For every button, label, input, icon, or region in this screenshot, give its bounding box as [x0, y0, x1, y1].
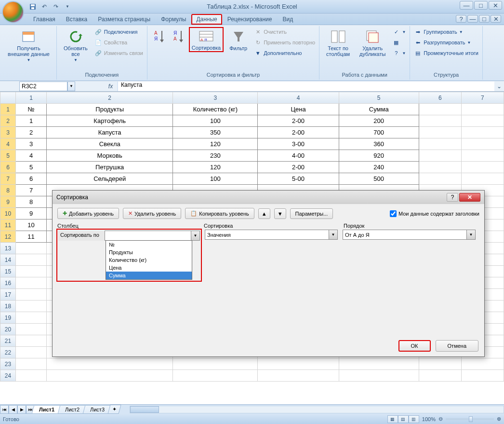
- cell[interactable]: Картофель: [47, 115, 173, 127]
- cell[interactable]: 3: [16, 138, 47, 150]
- sort-column-select[interactable]: ▼: [105, 231, 200, 241]
- filter-btn[interactable]: Фильтр: [225, 27, 251, 53]
- tab-view[interactable]: Вид: [277, 14, 298, 25]
- cell[interactable]: [419, 150, 461, 162]
- view-page-layout[interactable]: ▤: [398, 415, 409, 423]
- horizontal-scrollbar[interactable]: [130, 406, 504, 413]
- cell[interactable]: [461, 358, 504, 370]
- row-header[interactable]: 20: [0, 324, 16, 335]
- row-header[interactable]: 23: [0, 358, 16, 370]
- ribbon-help[interactable]: ?: [456, 15, 466, 23]
- cell[interactable]: 3-00: [258, 138, 339, 150]
- column-header[interactable]: 3: [173, 92, 258, 104]
- sort-dialog-btn[interactable]: АЯ Сортировка: [189, 27, 224, 52]
- name-box[interactable]: R3C2: [19, 82, 67, 91]
- cell[interactable]: [461, 150, 504, 162]
- cell[interactable]: [419, 127, 461, 138]
- cell[interactable]: 8: [16, 196, 47, 208]
- cell[interactable]: 100: [173, 173, 258, 185]
- cell[interactable]: [16, 243, 47, 254]
- select-all-cell[interactable]: [0, 92, 16, 104]
- cell[interactable]: 9: [16, 208, 47, 219]
- remove-duplicates[interactable]: Удалить дубликаты: [356, 27, 389, 59]
- cell[interactable]: 200: [339, 115, 419, 127]
- maximize-button[interactable]: □: [474, 1, 488, 10]
- tab-insert[interactable]: Вставка: [61, 14, 93, 25]
- refresh-all[interactable]: Обновить все▼: [60, 27, 92, 64]
- clear-filter[interactable]: ✕Очистить: [253, 27, 316, 37]
- zoom-slider[interactable]: [446, 418, 494, 420]
- cell[interactable]: [461, 104, 504, 115]
- column-header[interactable]: 1: [16, 92, 47, 104]
- cell[interactable]: Петрушка: [47, 162, 173, 173]
- cell[interactable]: [461, 173, 504, 185]
- cell[interactable]: [419, 358, 461, 370]
- cell[interactable]: [419, 138, 461, 150]
- sort-asc[interactable]: АЯ: [150, 27, 168, 46]
- cell[interactable]: [461, 370, 504, 382]
- cell[interactable]: 360: [339, 138, 419, 150]
- cell[interactable]: [419, 162, 461, 173]
- subtotal-btn[interactable]: ▤Промежуточные итоги: [413, 48, 479, 58]
- connections-btn[interactable]: 🔗Подключения: [93, 27, 144, 37]
- column-header[interactable]: 5: [339, 92, 419, 104]
- table-header-cell[interactable]: Цена: [258, 104, 339, 115]
- sort-on-select[interactable]: Значения ▼: [205, 230, 338, 240]
- row-header[interactable]: 13: [0, 243, 16, 254]
- get-external-data[interactable]: Получить внешние данные▼: [4, 27, 53, 64]
- cell[interactable]: Свекла: [47, 138, 173, 150]
- cell[interactable]: 2-00: [258, 127, 339, 138]
- cell[interactable]: [258, 358, 339, 370]
- table-header-cell[interactable]: Количество (кг): [173, 104, 258, 115]
- sheet-nav-next[interactable]: ▶: [17, 405, 26, 414]
- row-header[interactable]: 9: [0, 196, 16, 208]
- cell[interactable]: 2: [16, 127, 47, 138]
- cell[interactable]: 5-00: [258, 173, 339, 185]
- row-header[interactable]: 24: [0, 370, 16, 382]
- dropdown-item[interactable]: Сумма: [106, 272, 192, 279]
- ribbon-close[interactable]: ✕: [491, 15, 501, 23]
- row-header[interactable]: 10: [0, 208, 16, 219]
- close-button[interactable]: ✕: [489, 1, 502, 10]
- cell[interactable]: 5: [16, 162, 47, 173]
- ribbon-minimize[interactable]: —: [467, 15, 478, 23]
- properties-btn[interactable]: 📄Свойства: [93, 38, 144, 47]
- cell[interactable]: [461, 115, 504, 127]
- cell[interactable]: 240: [339, 162, 419, 173]
- move-down-button[interactable]: ▼: [274, 208, 286, 219]
- headers-checkbox[interactable]: [390, 210, 397, 217]
- new-sheet-button[interactable]: ✦: [108, 405, 121, 414]
- column-header[interactable]: 7: [461, 92, 504, 104]
- row-header[interactable]: 2: [0, 115, 16, 127]
- cell[interactable]: [419, 370, 461, 382]
- consolidate[interactable]: ▦: [391, 38, 407, 47]
- view-page-break[interactable]: ▥: [409, 415, 419, 423]
- formula-input[interactable]: Капуста: [118, 82, 494, 91]
- cell[interactable]: Капуста: [47, 127, 173, 138]
- cell[interactable]: [419, 115, 461, 127]
- copy-level-button[interactable]: 📋Копировать уровень: [185, 208, 254, 219]
- name-box-dropdown[interactable]: ▼: [67, 82, 75, 91]
- cell[interactable]: [173, 358, 258, 370]
- advanced-filter[interactable]: ▼Дополнительно: [253, 48, 316, 58]
- what-if[interactable]: ?▼: [391, 48, 407, 58]
- row-header[interactable]: 18: [0, 301, 16, 312]
- row-header[interactable]: 15: [0, 266, 16, 277]
- cell[interactable]: [419, 104, 461, 115]
- sheet-nav-prev[interactable]: ◀: [9, 405, 17, 414]
- fx-button[interactable]: fx: [104, 82, 118, 91]
- move-up-button[interactable]: ▲: [258, 208, 270, 219]
- cell[interactable]: [16, 370, 47, 382]
- cell[interactable]: 350: [173, 127, 258, 138]
- cell[interactable]: [461, 127, 504, 138]
- cell[interactable]: 2-00: [258, 162, 339, 173]
- minimize-button[interactable]: —: [460, 1, 473, 10]
- qat-customize[interactable]: ▼: [63, 2, 72, 12]
- cell[interactable]: 120: [173, 138, 258, 150]
- dropdown-item[interactable]: №: [106, 241, 192, 248]
- cell[interactable]: Морковь: [47, 150, 173, 162]
- add-level-button[interactable]: ✚Добавить уровень: [57, 208, 119, 219]
- row-header[interactable]: 6: [0, 162, 16, 173]
- sort-desc[interactable]: ЯА: [170, 27, 187, 46]
- sheet-tab-1[interactable]: Лист1: [32, 405, 62, 414]
